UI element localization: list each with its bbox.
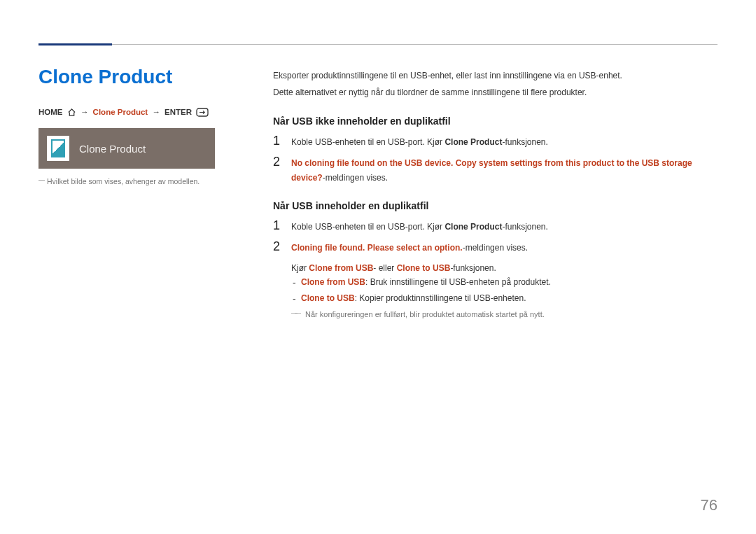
intro-line2: Dette alternativet er nyttig når du tilo… — [273, 85, 718, 99]
left-column: Clone Product HOME → Clone Product → ENT… — [38, 66, 273, 327]
arrow-icon: → — [80, 108, 89, 116]
nav-clone-product: Clone Product — [93, 108, 148, 116]
nav-enter-text: ENTER — [164, 108, 192, 116]
clone-product-tile: Clone Product — [38, 128, 215, 169]
section1-heading: Når USB ikke inneholder en duplikatfil — [273, 115, 718, 127]
step-number: 2 — [273, 155, 291, 185]
sub-item-clone-to-usb: Clone to USB: Kopier produktinnstillinge… — [291, 291, 718, 305]
header-rule-accent — [38, 43, 112, 45]
home-icon — [67, 108, 76, 116]
content-row: Clone Product HOME → Clone Product → ENT… — [38, 66, 718, 327]
breadcrumb: HOME → Clone Product → ENTER — [38, 108, 252, 117]
sub-item-clone-from-usb: Clone from USB: Bruk innstillingene til … — [291, 275, 718, 289]
step-body: Koble USB-enheten til en USB-port. Kjør … — [291, 134, 718, 149]
header-rule — [112, 44, 718, 45]
step-number: 2 — [273, 239, 291, 321]
section1-step2: 2 No cloning file found on the USB devic… — [273, 155, 718, 185]
left-footnote: Hvilket bilde som vises, avhenger av mod… — [38, 177, 252, 185]
section2-step2: 2 Cloning file found. Please select an o… — [273, 239, 718, 321]
step-number: 1 — [273, 134, 291, 149]
intro-line1: Eksporter produktinnstillingene til en U… — [273, 69, 718, 83]
clone-product-tile-icon — [47, 136, 69, 161]
step-body: No cloning file found on the USB device.… — [291, 155, 718, 185]
enter-icon — [196, 108, 209, 117]
step-body: Koble USB-enheten til en USB-port. Kjør … — [291, 218, 718, 234]
section2-step1: 1 Koble USB-enheten til en USB-port. Kjø… — [273, 218, 718, 234]
page-title: Clone Product — [38, 66, 252, 88]
section1-step1: 1 Koble USB-enheten til en USB-port. Kjø… — [273, 134, 718, 149]
step-body: Cloning file found. Please select an opt… — [291, 239, 718, 321]
clone-product-tile-label: Clone Product — [79, 143, 146, 155]
page-root: Clone Product HOME → Clone Product → ENT… — [0, 0, 756, 534]
right-column: Eksporter produktinnstillingene til en U… — [273, 66, 718, 327]
step-number: 1 — [273, 218, 291, 234]
arrow-icon: → — [152, 108, 160, 116]
nav-home-text: HOME — [38, 108, 63, 116]
page-number: 76 — [701, 496, 718, 514]
section2-heading: Når USB inneholder en duplikatfil — [273, 200, 718, 211]
sub-note-restart: Når konfigureringen er fullført, blir pr… — [291, 308, 718, 321]
